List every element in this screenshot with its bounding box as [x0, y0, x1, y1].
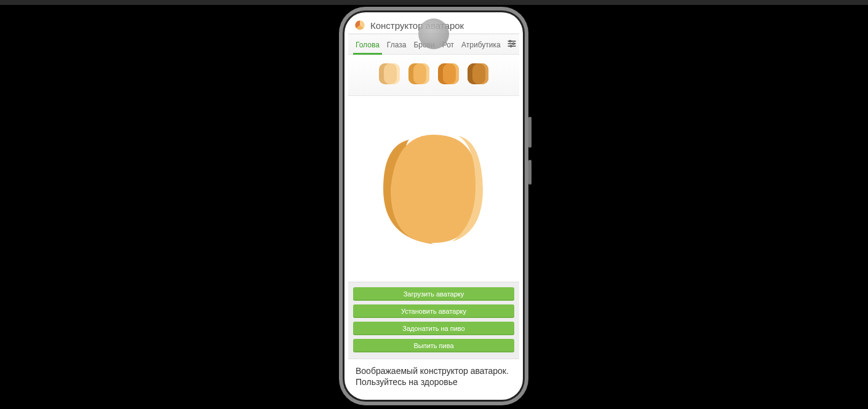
tab-eyes[interactable]: Глаза — [383, 34, 410, 54]
app-title: Конструктор аватарок — [370, 20, 464, 31]
phone-side-button — [528, 160, 532, 185]
download-avatar-button[interactable]: Загрузить аватарку — [353, 287, 514, 301]
head-color-swatch-2[interactable] — [408, 63, 429, 84]
swatch-row — [348, 55, 519, 96]
donate-beer-button[interactable]: Задонатить на пиво — [353, 322, 514, 335]
phone-screen: Конструктор аватарок Голова Глаза Брови … — [348, 16, 519, 396]
phone-frame: Конструктор аватарок Голова Глаза Брови … — [344, 12, 523, 400]
phone-camera-notch — [418, 18, 449, 49]
avatar-head-shape — [372, 127, 495, 250]
sliders-icon[interactable] — [504, 35, 519, 54]
footer-text: Воображаемый конструктор аватарок. Польз… — [348, 359, 519, 396]
head-color-swatch-3[interactable] — [438, 63, 459, 84]
app-logo-icon — [354, 20, 365, 31]
drink-beer-button[interactable]: Выпить пива — [353, 339, 514, 352]
head-color-swatch-4[interactable] — [468, 63, 488, 84]
button-panel: Загрузить аватарку Установить аватарку З… — [348, 282, 519, 359]
tab-attributes[interactable]: Атрибутика — [458, 34, 504, 54]
set-avatar-button[interactable]: Установить аватарку — [353, 304, 514, 318]
head-color-swatch-1[interactable] — [379, 63, 400, 84]
svg-point-5 — [512, 43, 514, 45]
tab-head[interactable]: Голова — [352, 34, 383, 54]
avatar-preview — [348, 96, 519, 282]
window-top-bar — [0, 0, 868, 5]
phone-side-button — [528, 117, 532, 148]
svg-point-4 — [509, 41, 511, 42]
svg-point-6 — [510, 46, 512, 47]
